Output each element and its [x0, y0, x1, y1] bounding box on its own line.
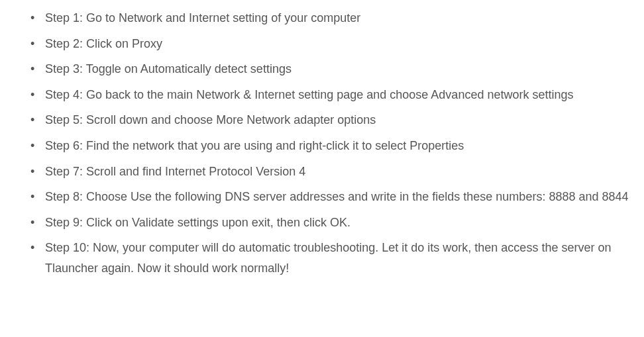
list-item: Step 4: Go back to the main Network & In…: [33, 85, 629, 105]
list-item: Step 9: Click on Validate settings upon …: [33, 213, 629, 233]
list-item: Step 5: Scroll down and choose More Netw…: [33, 110, 629, 130]
steps-list: Step 1: Go to Network and Internet setti…: [13, 8, 631, 279]
list-item: Step 10: Now, your computer will do auto…: [33, 238, 629, 278]
list-item: Step 1: Go to Network and Internet setti…: [33, 8, 629, 28]
list-item: Step 6: Find the network that you are us…: [33, 136, 629, 156]
list-item: Step 2: Click on Proxy: [33, 34, 629, 54]
list-item: Step 3: Toggle on Automatically detect s…: [33, 59, 629, 79]
list-item: Step 8: Choose Use the following DNS ser…: [33, 187, 629, 207]
list-item: Step 7: Scroll and find Internet Protoco…: [33, 162, 629, 182]
